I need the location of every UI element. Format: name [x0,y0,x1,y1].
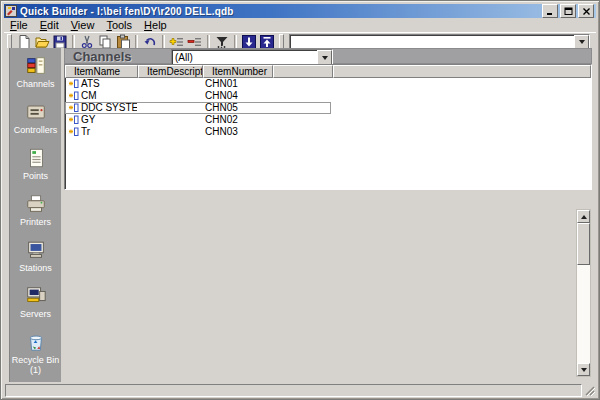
table-header: ItemName ItemDescription ItemNumber [65,65,591,78]
stations-icon [24,239,48,261]
toolbar-separator [162,35,165,49]
close-button[interactable] [578,4,594,18]
toolbar-separator [234,35,237,49]
menu-bar: File Edit View Tools Help [4,19,596,32]
chevron-down-icon [581,368,587,372]
sidebar: Channels Controllers Points Printers [9,48,61,382]
content-area: Channels Controllers Points Printers [4,48,596,382]
detail-pane [64,192,592,382]
sidebar-item-label: Points [23,171,48,181]
sidebar-item-label: Stations [19,263,52,273]
menu-help[interactable]: Help [138,19,173,32]
table-row[interactable]: Tr CHN03 [65,126,591,138]
recycle-bin-icon [24,331,48,353]
page-title: Channels [73,49,132,64]
status-bar [4,383,596,396]
sidebar-item-badge: (1) [30,365,41,375]
cell-itemnumber: CHN01 [202,79,272,89]
sidebar-item-recycle-bin[interactable]: Recycle Bin (1) [10,331,61,377]
column-header-itemname[interactable]: ItemName [65,65,138,78]
cell-itemname: GY [81,115,95,125]
chevron-up-icon [581,215,587,219]
cell-itemnumber: CHN05 [202,103,272,113]
channels-list: ItemName ItemDescription ItemNumber ATS … [64,64,592,190]
title-bar[interactable]: Quick Builder - I:\bei fen\DY\r200 DELL.… [4,4,596,18]
sidebar-item-points[interactable]: Points [10,147,61,193]
sidebar-item-channels[interactable]: Channels [10,55,61,101]
minimize-button[interactable] [542,4,558,18]
sidebar-item-label: Servers [20,309,51,319]
cell-itemname: DDC SYSTEM [81,103,137,113]
table-row[interactable]: CM CHN04 [65,90,591,102]
chevron-down-icon [322,56,328,60]
maximize-icon [564,7,573,16]
scroll-up-button[interactable] [577,210,590,223]
menu-tools[interactable]: Tools [100,19,138,32]
toolbar-separator [72,35,75,49]
app-icon [5,5,17,17]
minimize-icon [546,7,555,16]
quick-builder-window: Quick Builder - I:\bei fen\DY\r200 DELL.… [0,0,600,400]
window-title: Quick Builder - I:\bei fen\DY\r200 DELL.… [20,6,234,17]
sidebar-item-label: Recycle Bin [12,355,60,365]
sidebar-item-label: Controllers [14,125,58,135]
cell-itemnumber: CHN02 [202,115,272,125]
channel-item-icon [68,103,79,113]
sidebar-item-label: Channels [16,79,54,89]
vertical-scrollbar[interactable] [576,209,591,377]
controllers-icon [24,101,48,123]
scrollbar-thumb[interactable] [577,223,590,265]
chevron-down-icon [579,40,585,44]
scroll-down-button[interactable] [577,363,590,376]
points-icon [24,147,48,169]
sidebar-item-servers[interactable]: Servers [10,285,61,331]
sidebar-item-label: Printers [20,217,51,227]
resize-grip[interactable] [583,383,596,396]
column-header-empty[interactable] [273,65,333,78]
toolbar-separator [135,35,138,49]
main-pane: Channels (All) ItemName ItemDescription … [64,48,592,382]
channels-icon [24,55,48,77]
maximize-button[interactable] [560,4,576,18]
channel-item-icon [68,91,79,101]
servers-icon [24,285,48,307]
column-header-itemdescription[interactable]: ItemDescription [138,65,203,78]
cell-itemname: Tr [81,127,90,137]
channel-item-icon [68,79,79,89]
column-header-filler [333,65,591,78]
sidebar-item-stations[interactable]: Stations [10,239,61,285]
filter-combobox-dropdown-button[interactable] [317,50,332,65]
channel-item-icon [68,127,79,137]
status-text [5,384,582,397]
filter-combobox-value: (All) [172,52,317,63]
cell-itemnumber: CHN04 [202,91,272,101]
table-row[interactable]: ATS CHN01 [65,78,591,90]
cell-itemname: ATS [81,79,100,89]
sidebar-item-controllers[interactable]: Controllers [10,101,61,147]
printers-icon [24,193,48,215]
sidebar-item-printers[interactable]: Printers [10,193,61,239]
close-icon [582,7,591,16]
menu-file[interactable]: File [4,19,34,32]
menu-view[interactable]: View [65,19,101,32]
cell-itemname: CM [81,91,97,101]
table-row[interactable]: GY CHN02 [65,114,591,126]
menu-edit[interactable]: Edit [34,19,65,32]
toolbar-separator [207,35,210,49]
table-row-focused[interactable]: DDC SYSTEM CHN05 [65,102,591,114]
channel-item-icon [68,115,79,125]
column-header-itemnumber[interactable]: ItemNumber [203,65,273,78]
cell-itemnumber: CHN03 [202,127,272,137]
